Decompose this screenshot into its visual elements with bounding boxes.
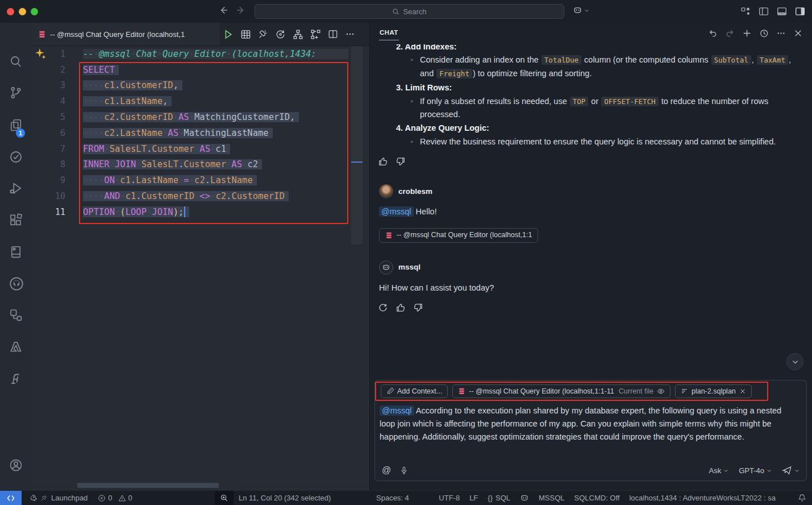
code-line[interactable]: 11OPTION·(LOOP·JOIN);: [32, 204, 363, 220]
undo-icon[interactable]: [708, 28, 718, 38]
code-line[interactable]: 1--·@mssql·Chat·Query·Editor·(localhost,…: [32, 46, 363, 62]
list-item: 4. Analyze Query Logic:: [396, 122, 797, 134]
code-line[interactable]: 7FROM·SalesLT.Customer·AS·c1: [32, 141, 363, 157]
customize-layout-icon[interactable]: [740, 6, 751, 16]
chat-tab[interactable]: CHAT: [379, 27, 399, 40]
current-file-context-chip[interactable]: -- @mssql Chat Query Editor (localhost,1…: [452, 384, 671, 398]
thumbs-down-icon[interactable]: [395, 156, 406, 167]
copilot-status-icon[interactable]: [520, 494, 529, 503]
chat-more-icon[interactable]: [776, 28, 786, 38]
split-editor-icon[interactable]: [328, 29, 338, 39]
redo-icon[interactable]: [725, 28, 735, 38]
toggle-secondary-sidebar-icon[interactable]: [795, 6, 805, 16]
close-window-button[interactable]: [7, 8, 14, 15]
code-line[interactable]: 6····c2.LastName·AS·MatchingLastName: [32, 125, 363, 141]
horizontal-scrollbar[interactable]: [77, 483, 219, 488]
notebooks-view-icon[interactable]: [9, 245, 23, 259]
connect-icon[interactable]: [258, 29, 268, 39]
github-icon[interactable]: [9, 276, 23, 290]
toggle-primary-sidebar-icon[interactable]: [759, 6, 769, 16]
test-explorer-icon[interactable]: [9, 150, 23, 164]
remote-indicator[interactable]: [0, 491, 22, 505]
notifications-bell-icon[interactable]: [798, 494, 806, 502]
results-grid-icon[interactable]: [240, 29, 251, 40]
cursor-position-item[interactable]: Ln 11, Col 20 (342 selected): [239, 494, 331, 502]
zoom-indicator[interactable]: [215, 491, 234, 505]
extensions-icon[interactable]: [9, 213, 23, 227]
code-line[interactable]: 3····c1.CustomerID,: [32, 78, 363, 94]
mention-icon[interactable]: @: [382, 465, 391, 475]
search-view-icon[interactable]: [9, 55, 23, 68]
query-plan-icon[interactable]: [310, 29, 321, 40]
command-center-search[interactable]: Search: [255, 4, 564, 19]
code-editor[interactable]: 1--·@mssql·Chat·Query·Editor·(localhost,…: [32, 46, 369, 490]
list-bullet: ◦If only a subset of results is needed, …: [420, 95, 797, 121]
eol-item[interactable]: LF: [469, 494, 478, 502]
inline-code: TOP: [570, 97, 589, 106]
toggle-panel-icon[interactable]: [777, 6, 787, 16]
account-icon[interactable]: [9, 458, 23, 472]
change-connection-icon[interactable]: [275, 29, 286, 40]
inline-code: SubTotal: [711, 55, 751, 65]
retry-icon[interactable]: [378, 303, 388, 313]
send-button[interactable]: [782, 465, 799, 475]
code-text: ····c1.CustomerID,: [83, 80, 182, 90]
launchpad-item[interactable]: Launchpad: [29, 494, 88, 502]
model-dropdown[interactable]: GPT-4o: [739, 466, 772, 475]
language-mode-item[interactable]: {} SQL: [488, 494, 510, 502]
sqlplan-context-chip[interactable]: plan-2.sqlplan: [675, 384, 752, 398]
line-number: 2: [32, 65, 83, 75]
add-context-chip[interactable]: Add Context...: [381, 384, 448, 398]
activity-badge: 1: [16, 129, 25, 138]
code-line[interactable]: 5····c2.CustomerID·AS·MatchingCustomerID…: [32, 109, 363, 125]
list-item-number: 3.: [396, 83, 405, 92]
code-line[interactable]: 10····AND·c1.CustomerID·<>·c2.CustomerID: [32, 188, 363, 204]
connection-item[interactable]: localhost,1434 : AdventureWorksLT2022 : …: [629, 494, 776, 502]
azure-icon[interactable]: [9, 340, 23, 354]
assistant-message-header: mssql: [379, 260, 797, 275]
copilot-menu[interactable]: [573, 6, 589, 15]
editor-tab[interactable]: -- @mssql Chat Query Editor (localhost,1: [32, 23, 220, 45]
chat-input-container[interactable]: Add Context... -- @mssql Chat Query Edit…: [374, 380, 807, 481]
line-number: 9: [32, 175, 83, 185]
encoding-item[interactable]: UTF-8: [439, 494, 460, 502]
code-line[interactable]: 8INNER·JOIN·SalesLT.Customer·AS·c2: [32, 157, 363, 173]
mssql-item[interactable]: MSSQL: [539, 494, 565, 502]
thumbs-up-icon[interactable]: [395, 303, 406, 313]
mode-dropdown[interactable]: Ask: [709, 466, 729, 475]
thumbs-up-icon[interactable]: [378, 156, 388, 167]
eye-icon[interactable]: [657, 387, 665, 395]
indentation-item[interactable]: Spaces: 4: [376, 494, 409, 502]
minimize-window-button[interactable]: [19, 8, 26, 15]
new-chat-icon[interactable]: [742, 28, 752, 38]
editor-scrollbar[interactable]: [351, 46, 363, 245]
more-actions-icon[interactable]: [345, 29, 355, 39]
estimated-plan-icon[interactable]: [293, 29, 303, 40]
chat-history-icon[interactable]: [759, 28, 769, 38]
thumbs-down-icon[interactable]: [413, 303, 423, 313]
run-debug-icon[interactable]: [9, 181, 23, 195]
message-attachment-chip[interactable]: -- @mssql Chat Query Editor (localhost,1…: [379, 228, 538, 243]
maximize-window-button[interactable]: [31, 8, 38, 15]
line-number: 8: [32, 159, 83, 169]
scroll-to-bottom-button[interactable]: [786, 353, 803, 370]
navigate-forward-icon[interactable]: [236, 5, 246, 15]
close-panel-icon[interactable]: [793, 28, 803, 38]
chat-input-text[interactable]: @mssql According to the execution plan s…: [375, 398, 806, 444]
source-control-icon[interactable]: [9, 86, 23, 100]
remove-context-icon[interactable]: [739, 388, 746, 395]
problems-item[interactable]: 0 0: [98, 494, 132, 502]
fabric-icon[interactable]: [9, 372, 23, 386]
window-controls: [7, 8, 38, 15]
run-query-button[interactable]: [223, 29, 234, 40]
containers-icon[interactable]: [9, 308, 23, 322]
code-line[interactable]: 9····ON·c1.LastName·=·c2.LastName: [32, 172, 363, 188]
code-line[interactable]: 2SELECT: [32, 62, 363, 78]
code-line[interactable]: 4····c1.LastName,: [32, 93, 363, 109]
microphone-icon[interactable]: [400, 466, 408, 475]
code-text: --·@mssql·Chat·Query·Editor·(localhost,1…: [83, 49, 348, 59]
list-item-number: 4.: [396, 123, 405, 133]
sqlcmd-item[interactable]: SQLCMD: Off: [574, 494, 620, 502]
navigate-back-icon[interactable]: [218, 5, 228, 15]
chat-transcript[interactable]: 2. Add Indexes:◦Consider adding an index…: [370, 44, 812, 351]
